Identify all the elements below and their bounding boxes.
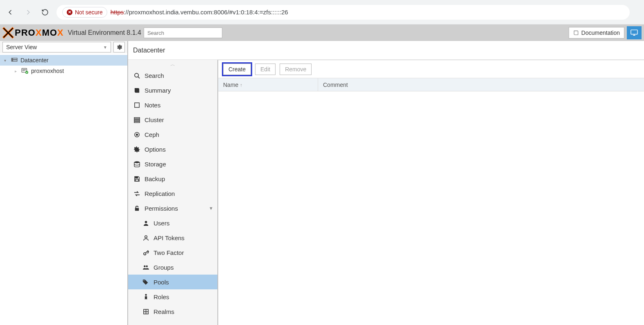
tree-datacenter[interactable]: ▾ Datacenter — [0, 55, 127, 66]
nav-collapse-up[interactable]: ︿ — [128, 61, 217, 68]
nav-item-label: Groups — [154, 264, 174, 271]
nav-permissions[interactable]: Permissions ▼ — [128, 201, 217, 216]
logo-text: PROXMOX — [15, 27, 64, 38]
tree-item-label: Datacenter — [20, 57, 48, 64]
nav-item-label: Ceph — [145, 131, 159, 138]
nav-options[interactable]: Options — [128, 142, 217, 157]
browser-address-bar[interactable]: ✕ Not secure https://proxmoxhost.india.v… — [56, 5, 630, 20]
svg-rect-15 — [135, 176, 138, 178]
view-selector-label: Server View — [6, 44, 37, 50]
realms-icon — [142, 309, 149, 315]
nav-search[interactable]: Search — [128, 68, 217, 83]
user-icon — [142, 220, 149, 226]
browser-forward-button[interactable] — [22, 7, 34, 18]
app-logo[interactable]: PROXMOX — [2, 27, 64, 39]
app-header: PROXMOX Virtual Environment 8.1.4 Docume… — [0, 25, 644, 41]
console-button[interactable] — [627, 26, 642, 39]
gear-icon — [133, 146, 140, 152]
not-secure-badge[interactable]: ✕ Not secure — [62, 7, 107, 18]
svg-point-21 — [146, 265, 147, 267]
column-label: Name — [223, 82, 238, 88]
expand-icon: ▾ — [4, 58, 8, 63]
documentation-button[interactable]: Documentation — [569, 27, 624, 39]
nav-item-label: Summary — [145, 87, 171, 94]
book-icon — [573, 30, 579, 36]
config-nav: ︿ Search Summary Notes Cluster — [128, 60, 218, 325]
monitor-icon — [630, 30, 638, 36]
svg-point-3 — [12, 59, 13, 59]
svg-rect-0 — [631, 30, 637, 34]
nav-api-tokens[interactable]: API Tokens — [128, 230, 217, 245]
browser-back-button[interactable] — [5, 7, 16, 18]
browser-reload-button[interactable] — [39, 7, 51, 18]
svg-point-4 — [12, 60, 13, 61]
grid-header: Name ↑ Comment — [218, 78, 644, 91]
header-search-input[interactable] — [144, 27, 222, 38]
edit-button[interactable]: Edit — [255, 64, 276, 75]
nav-cluster[interactable]: Cluster — [128, 112, 217, 127]
svg-rect-8 — [134, 102, 139, 107]
sort-ascending-icon: ↑ — [240, 82, 242, 87]
nav-item-label: Backup — [145, 175, 165, 182]
product-version: Virtual Environment 8.1.4 — [68, 29, 141, 36]
remove-button[interactable]: Remove — [280, 64, 312, 75]
logo-x-icon — [2, 27, 14, 39]
notes-icon — [133, 102, 140, 108]
nav-storage[interactable]: Storage — [128, 157, 217, 171]
svg-point-14 — [134, 161, 139, 163]
nav-item-label: Roles — [154, 293, 169, 300]
not-secure-label: Not secure — [75, 9, 103, 16]
column-label: Comment — [323, 82, 348, 88]
svg-rect-9 — [134, 117, 139, 118]
nav-ceph[interactable]: Ceph — [128, 127, 217, 142]
svg-point-7 — [134, 73, 138, 77]
server-tree-panel: Server View ▼ ▾ Datacenter ▸ — [0, 41, 128, 325]
nav-item-label: Pools — [154, 279, 169, 286]
nav-pools[interactable]: Pools — [128, 275, 217, 289]
svg-rect-10 — [134, 119, 139, 120]
tree-node-proxmoxhost[interactable]: ▸ proxmoxhost — [0, 66, 127, 76]
svg-point-13 — [136, 134, 138, 135]
nav-item-label: Search — [145, 72, 164, 79]
storage-icon — [133, 161, 140, 167]
search-icon — [133, 73, 140, 79]
nav-notes[interactable]: Notes — [128, 98, 217, 112]
nav-realms[interactable]: Realms — [128, 304, 217, 319]
nav-roles[interactable]: Roles — [128, 289, 217, 304]
nav-item-label: Realms — [154, 308, 174, 315]
nav-item-label: Cluster — [145, 116, 164, 123]
svg-point-23 — [145, 294, 147, 295]
server-online-icon — [21, 68, 29, 74]
panel-toolbar: Create Edit Remove — [218, 60, 644, 78]
nav-backup[interactable]: Backup — [128, 171, 217, 186]
nav-two-factor[interactable]: Two Factor — [128, 245, 217, 260]
nav-replication[interactable]: Replication — [128, 186, 217, 201]
gear-icon — [116, 44, 122, 50]
token-icon — [142, 235, 149, 241]
column-header-comment[interactable]: Comment — [318, 78, 644, 91]
key-icon — [142, 250, 149, 256]
cluster-icon — [133, 117, 140, 123]
nav-item-label: Storage — [145, 161, 166, 168]
tree-settings-button[interactable] — [113, 42, 125, 52]
view-selector[interactable]: Server View ▼ — [2, 42, 111, 52]
nav-groups[interactable]: Groups — [128, 260, 217, 275]
nav-item-label: Options — [145, 146, 166, 153]
nav-item-label: Notes — [145, 102, 160, 109]
create-button[interactable]: Create — [223, 64, 251, 75]
chevron-down-icon: ▼ — [103, 45, 107, 50]
nav-summary[interactable]: Summary — [128, 83, 217, 98]
breadcrumb-text: Datacenter — [133, 47, 165, 54]
nav-users[interactable]: Users — [128, 216, 217, 230]
lock-open-icon — [133, 205, 140, 211]
column-header-name[interactable]: Name ↑ — [218, 78, 318, 91]
save-icon — [133, 176, 140, 182]
expand-icon: ▸ — [15, 69, 19, 73]
nav-item-label: Two Factor — [154, 249, 184, 256]
nav-item-label: API Tokens — [154, 234, 185, 241]
tags-icon — [142, 279, 149, 285]
role-icon — [142, 293, 149, 300]
svg-point-20 — [144, 265, 145, 267]
pools-panel: Create Edit Remove Name ↑ Comment — [218, 60, 644, 325]
svg-point-22 — [143, 280, 144, 281]
